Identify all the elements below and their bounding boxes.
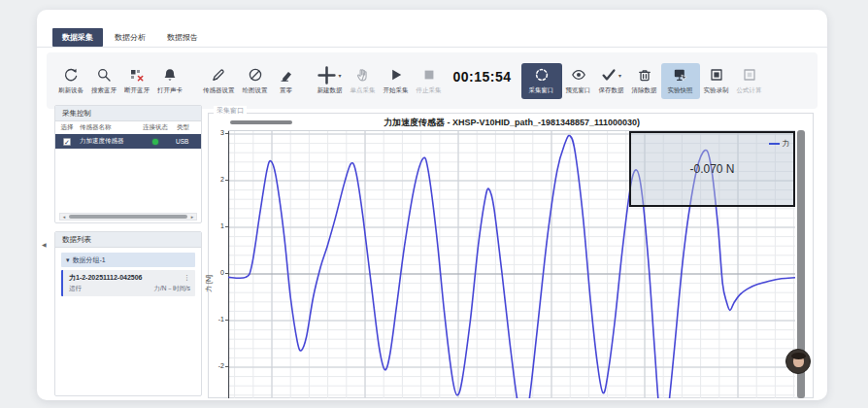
toolbar-button-label: 断开蓝牙 <box>124 86 150 95</box>
search-icon <box>96 67 112 84</box>
y-tick-label: -2 <box>209 362 224 369</box>
toolbar-button-bt-off[interactable]: 断开蓝牙 <box>120 63 153 99</box>
toolbar-button-dash-circle[interactable]: 采集窗口 <box>521 63 562 99</box>
chart-title: 力加速度传感器 - XHSP-V10HID_path_-1981348857_1… <box>228 117 795 129</box>
toolbar-button-label: 单点采集 <box>351 86 376 95</box>
toolbar-button-label: 刷新设备 <box>58 86 83 95</box>
connection-status-dot <box>152 139 158 145</box>
toolbar-button-label: 保存数据 <box>599 86 624 95</box>
sensor-table: 选择传感器名称连接状态类型✓力加速度传感器USB <box>55 121 201 149</box>
y-tick-label: 1 <box>209 222 224 229</box>
measurement-value: -0.070 N <box>689 162 734 176</box>
tab-数据采集[interactable]: 数据采集 <box>52 28 103 47</box>
toolbar-button-plus[interactable]: ▾新建数据 <box>314 63 347 99</box>
table-header: 连接状态 <box>135 123 176 132</box>
toolbar-button-label: 搜索蓝牙 <box>91 86 117 95</box>
dataset-name: 力1-2-20251112-042506 <box>69 273 143 283</box>
hscroll-thumb[interactable] <box>69 215 187 219</box>
toolbar: 刷新设备搜索蓝牙断开蓝牙打开声卡传感器设置绘图设置置零▾新建数据单点采集开始采集… <box>47 52 818 109</box>
toolbar-button-label: 实验录制 <box>704 86 729 95</box>
data-group-label: 数据分组-1 <box>73 255 106 265</box>
toolbar-button-check[interactable]: ▾保存数据 <box>595 63 628 99</box>
formula-icon <box>742 67 757 84</box>
data-list-title: 数据列表 <box>55 232 201 248</box>
chart-top-scrollbar-thumb[interactable] <box>230 120 292 124</box>
toolbar-button-label: 实验快照 <box>668 86 693 95</box>
sensor-icon <box>211 67 226 84</box>
hscroll-right-arrow-icon[interactable]: ▸ <box>188 214 196 220</box>
record-icon <box>709 67 724 84</box>
data-group-header[interactable]: ▾数据分组-1 <box>61 253 195 267</box>
table-row[interactable]: ✓力加速度传感器USB <box>55 134 201 149</box>
toolbar-button-sensor[interactable]: 传感器设置 <box>199 63 239 99</box>
toolbar-button-stop[interactable]: 停止采集 <box>413 63 446 99</box>
data-list-body: ▾数据分组-1力1-2-20251112-042506⋮运行力/N－时间/s <box>55 253 201 296</box>
capture-control-title: 采集控制 <box>55 106 201 121</box>
draw-icon <box>248 67 263 84</box>
toolbar-button-play[interactable]: 开始采集 <box>380 63 413 99</box>
table-header: 选择 <box>55 123 79 132</box>
toolbar-button-erase[interactable]: 置零 <box>272 63 301 99</box>
hand-icon <box>355 67 371 84</box>
toolbar-button-refresh[interactable]: 刷新设备 <box>54 63 87 99</box>
toolbar-button-formula[interactable]: 公式计算 <box>733 63 766 99</box>
table-header: 类型 <box>176 123 199 132</box>
app-background: 数据采集数据分析数据报告 刷新设备搜索蓝牙断开蓝牙打开声卡传感器设置绘图设置置零… <box>0 0 868 408</box>
sensor-checkbox[interactable]: ✓ <box>63 138 71 146</box>
toolbar-button-label: 传感器设置 <box>203 86 235 95</box>
hscroll-left-arrow-icon[interactable]: ◂ <box>60 214 68 220</box>
sensor-name: 力加速度传感器 <box>79 137 135 146</box>
avatar-hair-icon <box>791 353 806 359</box>
refresh-icon <box>63 67 79 84</box>
eye-icon <box>571 67 586 84</box>
toolbar-button-eye[interactable]: 预览窗口 <box>562 63 595 99</box>
toolbar-button-search[interactable]: 搜索蓝牙 <box>87 63 120 99</box>
toolbar-button-hand[interactable]: 单点采集 <box>347 63 380 99</box>
capture-control-panel: 采集控制 选择传感器名称连接状态类型✓力加速度传感器USB ◂ ▸ <box>54 105 202 223</box>
toolbar-button-label: 打开声卡 <box>157 86 183 95</box>
toolbar-button-label: 置零 <box>280 86 292 95</box>
toolbar-button-draw[interactable]: 绘图设置 <box>239 63 272 99</box>
toolbar-button-label: 开始采集 <box>384 86 409 95</box>
table-header: 传感器名称 <box>79 123 135 132</box>
toolbar-button-trash[interactable]: 清除数据 <box>628 63 661 99</box>
stop-icon <box>421 67 437 84</box>
floating-avatar-button[interactable] <box>785 349 811 374</box>
plus-icon <box>317 67 336 84</box>
kebab-menu-icon[interactable]: ⋮ <box>184 274 190 282</box>
data-list-item[interactable]: 力1-2-20251112-042506⋮运行力/N－时间/s <box>61 270 195 296</box>
legend-line-swatch <box>769 143 780 145</box>
tab-divider <box>37 47 827 48</box>
plot-area[interactable]: -0.070 N 力 <box>228 130 795 398</box>
chart-region-label: 采集窗口 <box>214 106 247 116</box>
sensor-type: USB <box>176 138 199 145</box>
tab-数据分析[interactable]: 数据分析 <box>105 28 155 47</box>
play-icon <box>388 67 404 84</box>
app-window: 数据采集数据分析数据报告 刷新设备搜索蓝牙断开蓝牙打开声卡传感器设置绘图设置置零… <box>37 10 827 400</box>
toolbar-button-record[interactable]: 实验录制 <box>700 63 733 99</box>
toolbar-button-label: 公式计算 <box>737 86 762 95</box>
toolbar-button-label: 新建数据 <box>317 86 343 95</box>
toolbar-button-label: 绘图设置 <box>243 86 268 95</box>
bell-icon <box>162 67 178 84</box>
chevron-down-icon[interactable]: ▾ <box>338 72 341 79</box>
chart-legend[interactable]: 力 <box>769 139 790 149</box>
acquisition-timer: 00:15:54 <box>453 69 512 85</box>
sidebar-collapse-icon[interactable]: ◀ <box>42 241 47 248</box>
snapshot-icon <box>673 67 688 84</box>
tab-数据报告[interactable]: 数据报告 <box>157 28 208 47</box>
y-tick-label: -1 <box>209 316 224 323</box>
capture-panel-hscrollbar[interactable]: ◂ ▸ <box>59 213 197 221</box>
y-tick-label: 2 <box>209 176 224 183</box>
dataset-axes: 力/N－时间/s <box>153 285 190 293</box>
y-tick-label: 3 <box>209 129 224 136</box>
erase-icon <box>279 67 294 84</box>
tab-bar: 数据采集数据分析数据报告 <box>52 28 208 47</box>
chevron-down-icon[interactable]: ▾ <box>618 72 621 79</box>
toolbar-button-snapshot[interactable]: 实验快照 <box>661 63 700 99</box>
dataset-status: 运行 <box>69 285 82 293</box>
expand-arrow-icon[interactable]: ▾ <box>66 256 70 264</box>
toolbar-button-label: 停止采集 <box>417 86 442 95</box>
toolbar-button-label: 预览窗口 <box>566 86 591 95</box>
toolbar-button-bell[interactable]: 打开声卡 <box>153 63 186 99</box>
